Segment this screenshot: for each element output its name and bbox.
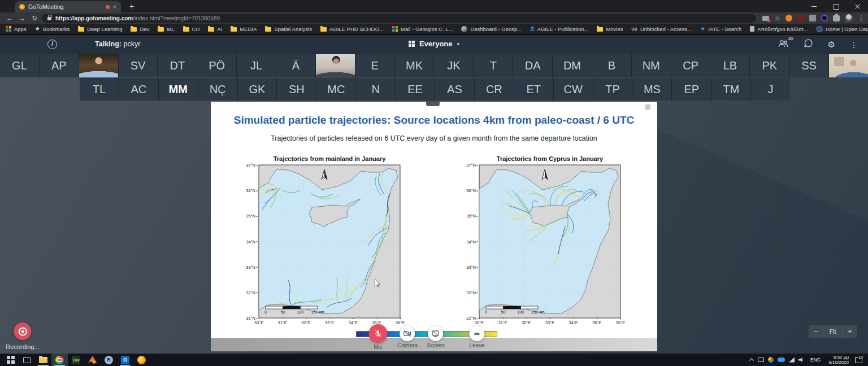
participant-tile[interactable]: DM bbox=[553, 54, 592, 77]
browser-menu-icon[interactable]: ⋮ bbox=[858, 14, 865, 22]
participant-tile[interactable]: ET bbox=[514, 78, 553, 101]
participant-tile[interactable]: B bbox=[592, 54, 631, 77]
slide-corner-button[interactable] bbox=[645, 104, 650, 110]
bookmark-item[interactable]: ★Bookmarks bbox=[35, 26, 70, 32]
participant-tile[interactable]: PÖ bbox=[197, 54, 236, 77]
participant-tile[interactable]: SS bbox=[789, 54, 828, 77]
bookmark-item[interactable]: Mail - Georgios C. L... bbox=[392, 26, 453, 32]
network-icon[interactable] bbox=[789, 358, 795, 363]
bookmark-item[interactable]: UBUnblocked - Access... bbox=[632, 26, 692, 32]
extension-icon[interactable] bbox=[821, 15, 828, 21]
participant-tile[interactable]: CW bbox=[554, 78, 593, 101]
new-tab-button[interactable]: + bbox=[127, 2, 137, 12]
participant-tile[interactable]: MC bbox=[316, 78, 355, 101]
bookmark-item[interactable]: AI bbox=[208, 26, 222, 32]
participant-tile[interactable]: MK bbox=[395, 54, 434, 77]
participant-tile[interactable]: AS bbox=[435, 78, 474, 101]
bookmark-item[interactable]: Dashboard ‹ Geosp... bbox=[461, 26, 522, 32]
camera-button[interactable]: Camera bbox=[397, 324, 418, 348]
camera-icon[interactable] bbox=[758, 358, 764, 362]
participant-tile[interactable]: JK bbox=[434, 54, 473, 77]
participant-tile[interactable]: J bbox=[751, 78, 790, 101]
participant-video-tile[interactable] bbox=[316, 54, 355, 77]
bookmark-item[interactable]: Deep Learning bbox=[78, 26, 122, 32]
browser-tab[interactable]: GoToMeeting × bbox=[15, 1, 121, 12]
volume-icon[interactable] bbox=[798, 358, 805, 363]
participant-tile[interactable]: N bbox=[356, 78, 395, 101]
fit-button[interactable]: Fit bbox=[823, 325, 843, 338]
bookmark-item[interactable]: Home | Open Data... bbox=[817, 26, 868, 32]
extension-icon[interactable] bbox=[809, 15, 816, 21]
extension-icon[interactable] bbox=[785, 15, 792, 21]
onedrive-icon[interactable] bbox=[778, 358, 785, 362]
participant-tile[interactable]: NM bbox=[632, 54, 671, 77]
bookmark-item[interactable]: CH bbox=[183, 26, 200, 32]
zoom-in-button[interactable]: + bbox=[843, 325, 857, 338]
participant-tile[interactable]: T bbox=[474, 54, 513, 77]
taskbar-explorer[interactable] bbox=[35, 354, 51, 366]
participant-tile[interactable]: Ä bbox=[276, 54, 315, 77]
bookmark-item[interactable]: AGILE PHD SCHOO... bbox=[320, 26, 384, 32]
settings-gear-icon[interactable]: ⚙ bbox=[828, 40, 835, 49]
extension-icon[interactable] bbox=[797, 15, 804, 21]
language-indicator[interactable]: ENG bbox=[809, 357, 822, 363]
bookmark-item[interactable]: SAGILE - Publication... bbox=[530, 26, 588, 32]
bookmark-item[interactable]: ★IATE - Search bbox=[700, 26, 741, 32]
taskbar-r[interactable]: R bbox=[101, 354, 117, 366]
notification-center-icon[interactable]: 10 bbox=[855, 357, 862, 363]
participant-tile[interactable]: AP bbox=[40, 54, 79, 77]
participant-video-tile[interactable] bbox=[829, 54, 868, 77]
participant-tile[interactable]: EE bbox=[396, 78, 435, 101]
sync-icon[interactable] bbox=[768, 357, 774, 363]
participant-tile[interactable]: SH bbox=[277, 78, 316, 101]
bookmark-item[interactable]: Dev bbox=[131, 26, 149, 32]
participant-tile[interactable]: CP bbox=[671, 54, 710, 77]
reload-icon[interactable]: ↻ bbox=[29, 14, 40, 23]
participants-button[interactable]: 40 bbox=[778, 39, 789, 50]
address-bar[interactable]: https://app.gotomeeting.com/index.html?m… bbox=[42, 14, 756, 23]
taskbar-firefox[interactable] bbox=[133, 354, 150, 366]
taskbar-matlab[interactable] bbox=[84, 354, 101, 366]
bookmark-item[interactable]: MEDIA bbox=[231, 26, 257, 32]
participant-tile[interactable]: LB bbox=[710, 54, 749, 77]
tab-capture-icon[interactable] bbox=[762, 16, 769, 21]
bookmark-item[interactable]: Αποθετήριο Κάλλιπ... bbox=[750, 26, 808, 32]
participant-tile[interactable]: MM bbox=[159, 78, 198, 101]
participant-tile[interactable]: TM bbox=[711, 78, 750, 101]
taskbar-task-view[interactable] bbox=[19, 354, 35, 366]
taskbar-outlook[interactable]: O bbox=[117, 354, 133, 366]
participant-tile[interactable]: AC bbox=[119, 78, 158, 101]
participant-video-tile[interactable] bbox=[79, 54, 118, 77]
mic-button[interactable]: Mic bbox=[369, 324, 388, 350]
taskbar-start[interactable] bbox=[2, 354, 19, 366]
participant-tile[interactable]: E bbox=[355, 54, 394, 77]
participant-tile[interactable]: CR bbox=[475, 78, 514, 101]
close-icon[interactable] bbox=[847, 0, 868, 12]
profile-avatar[interactable] bbox=[845, 14, 853, 22]
tab-close-icon[interactable]: × bbox=[113, 4, 116, 10]
bookmark-item[interactable]: Spatial Analysis bbox=[265, 26, 312, 32]
record-icon[interactable] bbox=[14, 323, 32, 340]
bookmark-item[interactable]: Apps bbox=[6, 26, 27, 32]
maximize-icon[interactable] bbox=[825, 0, 847, 12]
zoom-out-button[interactable]: − bbox=[809, 325, 823, 338]
view-selector[interactable]: Everyone ▾ bbox=[409, 40, 459, 48]
clock[interactable]: 6:52 μμ 9/10/2020 bbox=[826, 355, 851, 365]
participant-tile[interactable]: DA bbox=[513, 54, 552, 77]
participant-tile[interactable]: TL bbox=[80, 78, 119, 101]
participant-tile[interactable]: TP bbox=[593, 78, 632, 101]
chat-button[interactable] bbox=[804, 38, 813, 50]
participant-tile[interactable]: JL bbox=[237, 54, 276, 77]
screen-button[interactable]: Screen bbox=[427, 324, 445, 348]
bookmark-item[interactable]: Movies bbox=[597, 26, 623, 32]
participant-tile[interactable]: GK bbox=[238, 78, 277, 101]
bookmark-item[interactable]: ML bbox=[158, 26, 174, 32]
chevron-up-icon[interactable] bbox=[749, 358, 753, 363]
minimize-icon[interactable] bbox=[804, 0, 825, 12]
taskbar-dreamweaver[interactable]: Dw bbox=[68, 354, 84, 366]
leave-button[interactable]: Leave bbox=[469, 324, 484, 348]
back-icon[interactable]: ← bbox=[5, 14, 15, 23]
info-icon[interactable]: i bbox=[47, 40, 57, 49]
participant-tile[interactable]: SV bbox=[119, 54, 158, 77]
participant-tile[interactable]: GL bbox=[0, 54, 39, 77]
